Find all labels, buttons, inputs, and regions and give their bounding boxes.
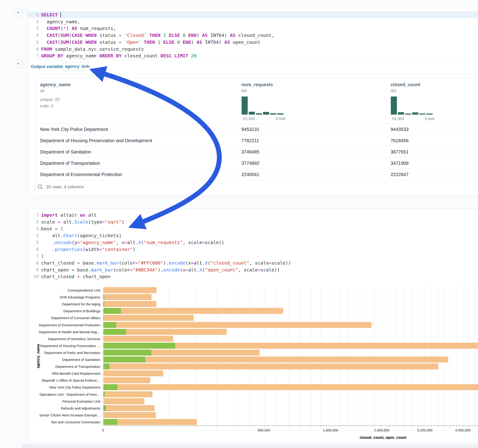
histogram-bar: [249, 112, 255, 115]
gridline: [196, 287, 196, 425]
y-axis-tick: [102, 380, 103, 380]
add-cell-button-top[interactable]: +: [14, 8, 23, 17]
column-stat: unique: 20: [40, 97, 59, 102]
chart-bar-row: [103, 301, 478, 307]
histogram-min-label: 53,304: [392, 117, 404, 121]
gridline: [340, 287, 340, 425]
altair-bar-chart: Correspondence UnitDHS Advantage Program…: [28, 279, 478, 442]
column-histogram[interactable]: [241, 96, 285, 115]
table-row[interactable]: Department of Transportation377489234719…: [35, 158, 478, 169]
code-line[interactable]: 7GROUP BY agency_name ORDER BY closed_co…: [28, 52, 478, 59]
code-line[interactable]: 4 CAST(SUM(CASE WHEN status = 'Closed' T…: [28, 32, 478, 39]
output-variable-input[interactable]: agency_tickets: [63, 62, 90, 70]
y-axis-tick: [102, 387, 103, 387]
gridline: [382, 287, 382, 425]
open-count-bar: [103, 315, 104, 321]
x-axis-tick-label: 3,200,000: [417, 428, 433, 432]
closed-count-bar: [103, 336, 173, 342]
open-count-bar: [103, 391, 105, 397]
code-line[interactable]: 3 COUNT(*) AS num_requests,: [28, 25, 478, 32]
code-line[interactable]: 6FROM sample_data.nyc.service_requests: [28, 46, 478, 53]
y-axis-tick: [102, 360, 103, 360]
x-axis-title: closed_count, open_count: [360, 436, 407, 440]
add-cell-button-middle[interactable]: +: [14, 59, 23, 68]
gridline: [169, 287, 169, 425]
code-text: chart_open = base.mark_bar(color="#8BC34…: [41, 266, 280, 273]
closed-count-bar: [103, 405, 155, 411]
closed-count-bar: [103, 287, 157, 293]
closed-count-bar: [103, 363, 438, 369]
table-cell: 9443533: [391, 124, 409, 135]
line-number: 4: [28, 232, 38, 239]
x-axis-tick: [382, 426, 382, 427]
histogram-bar: [241, 96, 248, 115]
y-axis-tick: [102, 422, 103, 422]
gridline: [289, 287, 289, 425]
code-line[interactable]: 6 .properties(width="container"): [28, 246, 478, 253]
closed-count-bar: [103, 398, 144, 404]
code-line[interactable]: 3⌄base = (: [28, 225, 478, 232]
table-row[interactable]: Department of Sanitation37494853677651: [35, 146, 478, 158]
gridline: [475, 287, 475, 425]
line-number: 5: [28, 239, 38, 246]
chart-bar-row: [103, 336, 478, 342]
python-code-editor[interactable]: 1import altair as alt2scale = alt.Scale(…: [28, 210, 478, 278]
y-axis-label: Department of Health and Mental Hyg…: [39, 330, 100, 334]
gridline: [217, 287, 217, 425]
column-header-agency_name[interactable]: agency_name: [40, 82, 70, 87]
table-row[interactable]: Department of Environmental Protection22…: [35, 169, 478, 180]
y-axis-label: Senior Citizen Rent Increase Exempti…: [39, 413, 100, 417]
gridline: [451, 287, 451, 425]
search-icon[interactable]: [37, 184, 43, 190]
code-line[interactable]: 2 agency_name,: [28, 18, 478, 25]
table-row[interactable]: New York City Police Department945313194…: [35, 124, 478, 135]
x-axis-tick-label: 800,000: [258, 428, 270, 432]
gridline: [277, 287, 277, 425]
dataframe-result-card: agency_namestrunique: 20nulls: 0num_requ…: [35, 78, 478, 195]
table-cell: 3774892: [241, 158, 259, 169]
code-line[interactable]: 7): [28, 253, 478, 260]
column-header-closed_count[interactable]: closed_count: [391, 82, 420, 87]
code-line[interactable]: 5 CAST(SUM(CASE WHEN status = 'Open' THE…: [28, 39, 478, 46]
code-line[interactable]: 4 alt.Chart(agency_tickets): [28, 232, 478, 239]
sql-cell-panel: 1⌄SELECT 2 agency_name,3 COUNT(*) AS num…: [28, 7, 478, 197]
x-axis-tick: [300, 426, 300, 427]
x-axis-tick: [217, 426, 217, 427]
sql-code-editor[interactable]: 1⌄SELECT 2 agency_name,3 COUNT(*) AS num…: [28, 7, 478, 60]
y-axis-label: Department of Homeless Services: [48, 337, 100, 341]
y-axis-tick: [102, 311, 103, 311]
code-text: .properties(width="container"): [41, 246, 135, 253]
table-cell: 2240041: [241, 169, 259, 180]
line-number: 9: [28, 266, 38, 273]
x-axis-tick: [264, 426, 264, 427]
y-axis-title: agency_name: [36, 344, 40, 368]
x-axis-tick: [475, 426, 475, 427]
code-line[interactable]: 8chart_closed = base.mark_bar(color="#FF…: [28, 260, 478, 266]
chart-bar-row: [103, 322, 478, 328]
x-axis-tick: [366, 426, 366, 427]
code-line[interactable]: 5 .encode(y="agency_name", x=alt.X("num_…: [28, 239, 478, 246]
closed-count-bar: [103, 370, 163, 376]
x-axis-tick: [425, 426, 425, 427]
x-axis-tick: [250, 426, 250, 427]
code-line[interactable]: 1import altair as alt: [28, 212, 478, 218]
histogram-bar: [426, 113, 433, 115]
code-line[interactable]: 2scale = alt.Scale(type="sqrt"): [28, 218, 478, 225]
histogram-bar: [419, 113, 426, 115]
open-count-bar: [103, 308, 121, 314]
code-line[interactable]: 1⌄SELECT: [28, 11, 478, 18]
column-header-num_requests[interactable]: num_requests: [241, 82, 273, 87]
table-row[interactable]: Department of Housing Preservation and D…: [35, 135, 478, 146]
x-axis-tick: [451, 426, 451, 427]
chart-bar-row: [103, 377, 478, 383]
y-axis-label: Mayorâ€ s Office of Special Enforce…: [42, 378, 100, 382]
column-histogram[interactable]: [391, 96, 434, 115]
code-text: agency_name,: [41, 18, 80, 25]
dataframe-footer: 20 rows, 4 columns: [35, 180, 478, 195]
y-axis-tick: [102, 415, 103, 415]
chart-bar-row: [103, 412, 478, 418]
next-cell-edge: [22, 444, 478, 448]
code-line[interactable]: 9chart_open = base.mark_bar(color="#8BC3…: [28, 266, 478, 273]
histogram-bar: [277, 113, 284, 115]
line-number: 6: [28, 246, 38, 253]
